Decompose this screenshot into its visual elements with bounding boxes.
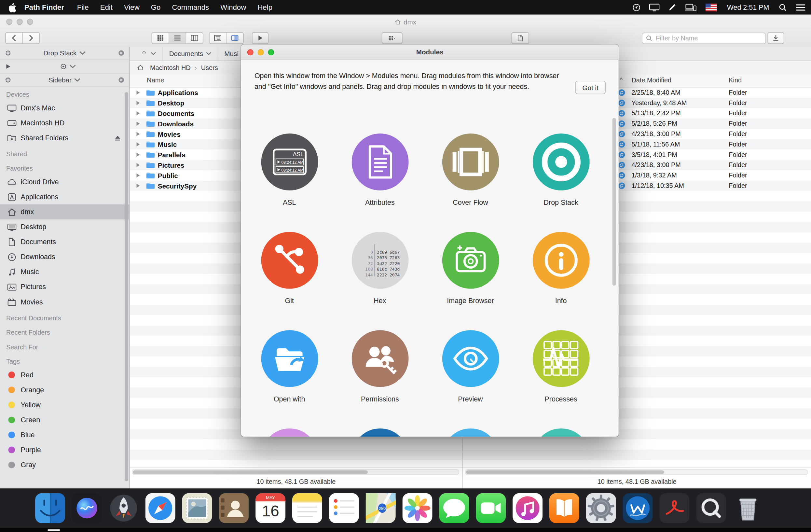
sidebar-item[interactable]: iCloud Drive bbox=[0, 174, 129, 189]
sidebar-item[interactable]: Green bbox=[0, 412, 129, 427]
sidebar-item[interactable]: Movies bbox=[0, 294, 129, 309]
drop-stack-target[interactable] bbox=[11, 63, 125, 70]
folder-tab[interactable]: Documents bbox=[163, 47, 218, 61]
eject-icon[interactable] bbox=[114, 135, 121, 141]
notes-dock-icon[interactable] bbox=[292, 493, 322, 523]
disclosure-triangle-icon[interactable] bbox=[136, 111, 140, 116]
system-preferences-dock-icon[interactable] bbox=[586, 493, 616, 523]
menu-item[interactable]: File bbox=[71, 3, 94, 11]
module-circle[interactable]: 03c69 6d67362073 7263723d22 2220108616c … bbox=[351, 232, 409, 289]
trash-dock-icon[interactable] bbox=[733, 493, 763, 523]
menu-item[interactable]: Go bbox=[145, 3, 166, 11]
facetime-dock-icon[interactable] bbox=[476, 493, 506, 523]
module-circle[interactable]: ASL08:24:12 AM08:24:12 AM bbox=[261, 134, 318, 191]
module-circle[interactable] bbox=[442, 232, 499, 289]
gear-icon[interactable] bbox=[4, 49, 11, 57]
module-circle[interactable] bbox=[261, 330, 318, 387]
play-icon[interactable] bbox=[4, 62, 11, 71]
sidebar-item[interactable]: dmx bbox=[0, 204, 129, 219]
horizontal-scrollbar[interactable] bbox=[465, 469, 808, 475]
location-menu-icon[interactable] bbox=[633, 3, 641, 11]
module-tile[interactable]: Git bbox=[261, 232, 318, 330]
sidebar-item[interactable]: Applications bbox=[0, 189, 129, 204]
ibooks-dock-icon[interactable] bbox=[549, 493, 579, 523]
module-tile[interactable]: Drop Stack bbox=[532, 134, 590, 232]
calendar-dock-icon[interactable]: MAY16 bbox=[256, 493, 286, 523]
breadcrumb-item[interactable]: Users bbox=[193, 64, 220, 71]
menu-item[interactable]: Edit bbox=[94, 3, 118, 11]
play-button[interactable] bbox=[252, 32, 269, 44]
pen-menu-icon[interactable] bbox=[669, 3, 676, 11]
safari-dock-icon[interactable] bbox=[146, 493, 175, 523]
dialog-scrollbar[interactable] bbox=[612, 118, 616, 286]
tab-home[interactable] bbox=[135, 47, 163, 61]
magnifier-app-dock-icon[interactable] bbox=[696, 493, 726, 523]
close-panel-icon[interactable] bbox=[118, 49, 125, 57]
devices-menu-icon[interactable] bbox=[685, 3, 697, 11]
maps-dock-icon[interactable]: 280 bbox=[366, 493, 396, 523]
compass-app-dock-icon[interactable] bbox=[623, 493, 653, 523]
sidebar-item[interactable]: Desktop bbox=[0, 219, 129, 234]
module-circle[interactable] bbox=[261, 232, 318, 289]
dual-pane-button[interactable] bbox=[227, 33, 243, 43]
module-tile[interactable]: Processes bbox=[532, 330, 590, 428]
contacts-dock-icon[interactable] bbox=[219, 493, 249, 523]
input-source-flag-icon[interactable] bbox=[706, 3, 717, 11]
module-tile[interactable]: Image Browser bbox=[442, 232, 499, 330]
launchpad-dock-icon[interactable] bbox=[109, 493, 139, 523]
sidebar-item[interactable]: Music bbox=[0, 264, 129, 279]
sidebar-item[interactable]: Macintosh HD bbox=[0, 115, 129, 130]
disclosure-triangle-icon[interactable] bbox=[136, 100, 140, 106]
sidebar-item[interactable]: Downloads bbox=[0, 249, 129, 264]
module-tile[interactable]: Cover Flow bbox=[442, 134, 499, 232]
column-view-button[interactable] bbox=[186, 33, 203, 43]
view-options-button[interactable] bbox=[382, 32, 402, 44]
disclosure-triangle-icon[interactable] bbox=[136, 183, 140, 188]
disclosure-triangle-icon[interactable] bbox=[136, 90, 140, 95]
sidebar-item[interactable]: Dmx's Mac bbox=[0, 100, 129, 115]
sidebar-item[interactable]: Red bbox=[0, 367, 129, 382]
drop-stack-panel-title[interactable]: Drop Stack bbox=[11, 49, 118, 57]
apple-menu-icon[interactable] bbox=[8, 3, 16, 12]
photos-dock-icon[interactable] bbox=[402, 493, 432, 523]
acrobat-dock-icon[interactable] bbox=[659, 493, 689, 523]
module-tile[interactable]: 03c69 6d67362073 7263723d22 2220108616c … bbox=[351, 232, 409, 330]
disclosure-triangle-icon[interactable] bbox=[136, 121, 140, 126]
got-it-button[interactable]: Got it bbox=[575, 81, 606, 94]
scrollbar-thumb[interactable] bbox=[133, 470, 368, 474]
sidebar-item[interactable]: Orange bbox=[0, 382, 129, 397]
module-tile[interactable]: Info bbox=[532, 232, 590, 330]
module-circle[interactable] bbox=[351, 330, 409, 387]
module-circle-partial[interactable] bbox=[351, 428, 409, 437]
finder-dock-icon[interactable] bbox=[35, 493, 65, 523]
new-document-button[interactable] bbox=[511, 32, 529, 44]
horizontal-scrollbar[interactable] bbox=[132, 469, 459, 475]
app-menu-title[interactable]: Path Finder bbox=[25, 3, 64, 11]
close-panel-icon[interactable] bbox=[118, 76, 125, 84]
sidebar-item[interactable]: Blue bbox=[0, 427, 129, 442]
spotlight-icon[interactable] bbox=[779, 3, 786, 11]
menu-bar-clock[interactable]: Wed 2:51 PM bbox=[727, 3, 769, 11]
module-circle[interactable] bbox=[442, 134, 499, 191]
disclosure-triangle-icon[interactable] bbox=[136, 142, 140, 147]
sidebar-item[interactable]: Documents bbox=[0, 234, 129, 249]
menu-item[interactable]: View bbox=[118, 3, 145, 11]
module-circle[interactable] bbox=[442, 330, 499, 387]
module-tile[interactable]: Permissions bbox=[351, 330, 409, 428]
disclosure-triangle-icon[interactable] bbox=[136, 163, 140, 168]
name-column-header[interactable]: Name bbox=[147, 77, 164, 84]
sidebar-item[interactable]: Pictures bbox=[0, 279, 129, 294]
dialog-title-bar[interactable]: Modules bbox=[241, 45, 619, 60]
module-circle[interactable] bbox=[532, 232, 590, 289]
module-circle-partial[interactable] bbox=[442, 428, 499, 437]
module-circle[interactable] bbox=[532, 134, 590, 191]
back-button[interactable] bbox=[5, 33, 22, 43]
module-circle[interactable] bbox=[351, 134, 409, 191]
itunes-dock-icon[interactable] bbox=[512, 493, 542, 523]
module-tile[interactable]: Preview bbox=[442, 330, 499, 428]
gear-icon[interactable] bbox=[4, 76, 11, 84]
siri-dock-icon[interactable] bbox=[72, 493, 102, 523]
minimize-dialog-button[interactable] bbox=[257, 49, 264, 55]
module-circle[interactable] bbox=[532, 330, 590, 387]
close-dialog-button[interactable] bbox=[247, 49, 254, 55]
